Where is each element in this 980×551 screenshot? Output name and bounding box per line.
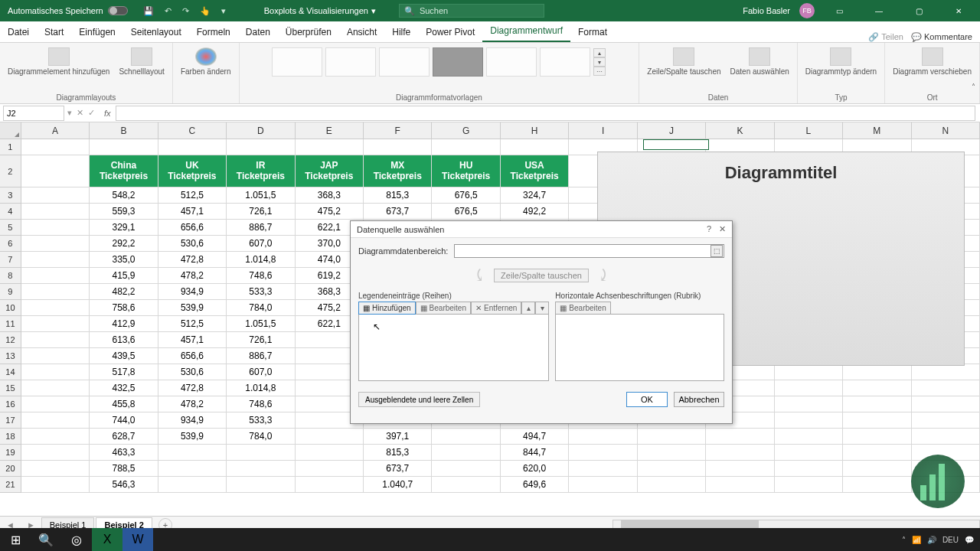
chart-style-6[interactable] xyxy=(540,47,590,77)
styles-more-icon[interactable]: ⋯ xyxy=(593,67,606,76)
change-colors-button[interactable]: Farben ändern xyxy=(178,46,234,77)
redo-icon[interactable]: ↷ xyxy=(182,6,189,16)
col-B[interactable]: B xyxy=(90,122,158,139)
move-up-icon: ▴ xyxy=(521,302,535,315)
styles-up-icon[interactable]: ▴ xyxy=(593,48,606,57)
tab-diagrammentwurf[interactable]: Diagrammentwurf xyxy=(482,21,570,42)
save-icon[interactable]: 💾 xyxy=(143,6,154,16)
ok-button[interactable]: OK xyxy=(626,392,668,407)
edit-series-button: ▦ Bearbeiten xyxy=(416,302,471,315)
col-I[interactable]: I xyxy=(569,122,637,139)
ribbon-tabs: Datei Start Einfügen Seitenlayout Formel… xyxy=(0,21,980,43)
select-all-corner[interactable] xyxy=(0,122,21,139)
dialog-close-icon[interactable]: ✕ xyxy=(719,224,726,234)
axis-labels-label: Horizontale Achsenbeschriftungen (Rubrik… xyxy=(555,292,724,300)
avatar[interactable]: FB xyxy=(799,3,815,18)
chart-title[interactable]: Diagrammtitel xyxy=(725,163,838,183)
tab-hilfe[interactable]: Hilfe xyxy=(384,22,418,42)
styles-down-icon[interactable]: ▾ xyxy=(593,57,606,67)
tab-seitenlayout[interactable]: Seitenlayout xyxy=(123,22,189,42)
windows-taskbar: ⊞ 🔍 ◎ X W ˄ 📶 🔊 DEU 💬 xyxy=(0,528,980,551)
axis-labels-list[interactable] xyxy=(555,314,724,381)
search-box[interactable]: 🔍 Suchen xyxy=(399,4,544,18)
col-C[interactable]: C xyxy=(158,122,227,139)
col-N[interactable]: N xyxy=(912,122,980,139)
minimize-icon[interactable]: — xyxy=(864,0,894,21)
tab-start[interactable]: Start xyxy=(37,22,71,42)
formula-input[interactable] xyxy=(116,106,975,121)
touch-icon[interactable]: 👆 xyxy=(200,6,211,16)
col-K[interactable]: K xyxy=(706,122,774,139)
col-G[interactable]: G xyxy=(432,122,500,139)
taskbar-search-icon[interactable]: 🔍 xyxy=(31,528,61,551)
tray-up-icon[interactable]: ˄ xyxy=(902,536,906,544)
taskbar-excel-icon[interactable]: X xyxy=(92,528,122,551)
close-icon[interactable]: ✕ xyxy=(943,0,974,21)
chart-style-4[interactable] xyxy=(433,47,483,77)
chart-style-1[interactable] xyxy=(272,47,322,77)
undo-icon[interactable]: ↶ xyxy=(165,6,172,16)
hidden-cells-button[interactable]: Ausgeblendete und leere Zellen xyxy=(358,392,480,407)
legend-entries-label: Legendeneinträge (Reihen) xyxy=(358,292,549,300)
tab-format[interactable]: Format xyxy=(570,22,615,42)
search-icon: 🔍 xyxy=(404,6,415,16)
tab-formeln[interactable]: Formeln xyxy=(189,22,238,42)
accept-formula-icon[interactable]: ✓ xyxy=(88,108,95,118)
start-button[interactable]: ⊞ xyxy=(0,528,31,551)
tab-datei[interactable]: Datei xyxy=(0,22,37,42)
more-icon[interactable]: ▾ xyxy=(221,6,226,16)
add-chart-element-button[interactable]: Diagrammelement hinzufügen xyxy=(5,46,113,77)
maximize-icon[interactable]: ▢ xyxy=(903,0,934,21)
tab-ansicht[interactable]: Ansicht xyxy=(339,22,384,42)
user-name[interactable]: Fabio Basler xyxy=(743,6,790,15)
autosave-toggle[interactable] xyxy=(108,6,128,15)
col-J[interactable]: J xyxy=(638,122,706,139)
legend-series-list[interactable] xyxy=(358,314,549,381)
collapse-ribbon-icon[interactable]: ˄ xyxy=(972,83,975,91)
tray-notifications-icon[interactable]: 💬 xyxy=(965,536,974,544)
tray-lang[interactable]: DEU xyxy=(942,536,959,544)
col-A[interactable]: A xyxy=(21,122,90,139)
chart-data-range-input[interactable]: ⬚ xyxy=(454,244,724,258)
task-view-icon[interactable]: ◎ xyxy=(61,528,92,551)
group-label-layouts: Diagrammlayouts xyxy=(57,92,116,102)
doc-dropdown-icon[interactable]: ▾ xyxy=(371,6,376,16)
quick-layout-button[interactable]: Schnelllayout xyxy=(116,46,167,77)
share-button[interactable]: 🔗 Teilen xyxy=(868,32,903,42)
col-E[interactable]: E xyxy=(296,122,364,139)
tray-network-icon[interactable]: 📶 xyxy=(912,536,921,544)
chart-style-2[interactable] xyxy=(325,47,376,77)
add-series-button[interactable]: ▦ Hinzufügen xyxy=(358,302,416,315)
select-data-button[interactable]: Daten auswählen xyxy=(727,46,792,77)
tray-sound-icon[interactable]: 🔊 xyxy=(927,536,936,544)
tab-daten[interactable]: Daten xyxy=(238,22,278,42)
move-chart-button[interactable]: Diagramm verschieben xyxy=(890,46,975,77)
col-M[interactable]: M xyxy=(843,122,911,139)
group-label-type: Typ xyxy=(835,92,847,102)
tab-einfuegen[interactable]: Einfügen xyxy=(71,22,122,42)
cancel-button[interactable]: Abbrechen xyxy=(674,392,724,407)
search-placeholder: Suchen xyxy=(420,6,448,15)
chart-style-3[interactable] xyxy=(379,47,430,77)
taskbar-word-icon[interactable]: W xyxy=(122,528,153,551)
col-H[interactable]: H xyxy=(501,122,569,139)
tab-powerpivot[interactable]: Power Pivot xyxy=(418,22,482,42)
fx-icon[interactable]: fx xyxy=(100,109,116,118)
ribbon-mode-icon[interactable]: ▭ xyxy=(824,0,854,21)
comments-button[interactable]: 💬 Kommentare xyxy=(911,32,972,42)
remove-series-button: ✕ Entfernen xyxy=(471,302,521,315)
chart-style-5[interactable] xyxy=(486,47,537,77)
chart-data-range-label: Diagrammdatenbereich: xyxy=(358,246,448,256)
cancel-formula-icon[interactable]: ✕ xyxy=(77,108,83,118)
edit-axis-button: ▦ Bearbeiten xyxy=(555,302,610,315)
col-D[interactable]: D xyxy=(227,122,295,139)
range-picker-icon[interactable]: ⬚ xyxy=(710,245,723,257)
col-F[interactable]: F xyxy=(364,122,432,139)
dialog-help-icon[interactable]: ? xyxy=(707,224,711,234)
tab-ueberpruefen[interactable]: Überprüfen xyxy=(278,22,339,42)
col-L[interactable]: L xyxy=(775,122,843,139)
name-box[interactable]: J2 xyxy=(3,106,64,121)
switch-row-col-button[interactable]: Zeile/Spalte tauschen xyxy=(644,46,724,77)
change-chart-type-button[interactable]: Diagrammtyp ändern xyxy=(802,46,880,77)
autosave-label: Automatisches Speichern xyxy=(8,6,103,15)
